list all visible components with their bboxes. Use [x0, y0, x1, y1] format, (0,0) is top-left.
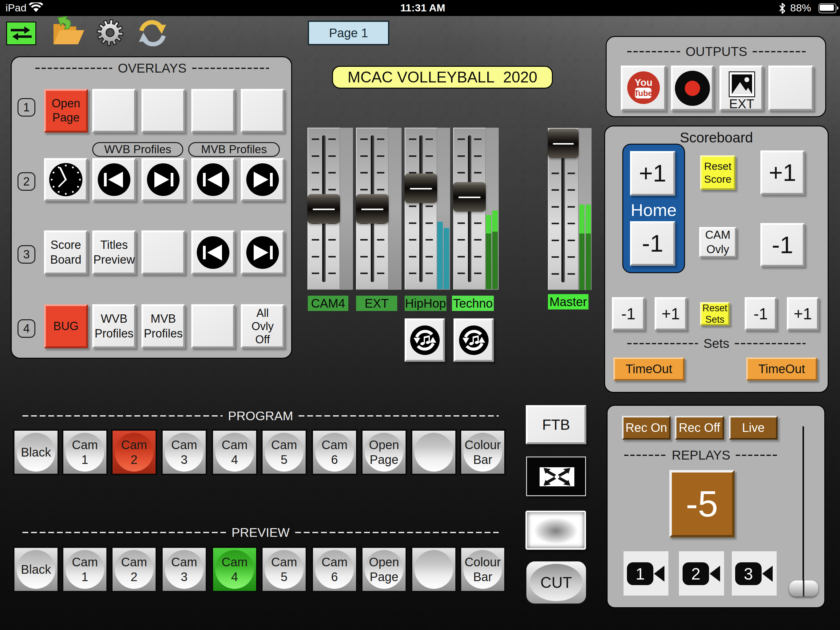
svg-text:Tube: Tube: [634, 89, 652, 98]
svg-text:1: 1: [636, 565, 645, 583]
svg-text:3: 3: [744, 565, 753, 583]
svg-text:You: You: [634, 77, 652, 88]
svg-text:2: 2: [691, 565, 700, 583]
